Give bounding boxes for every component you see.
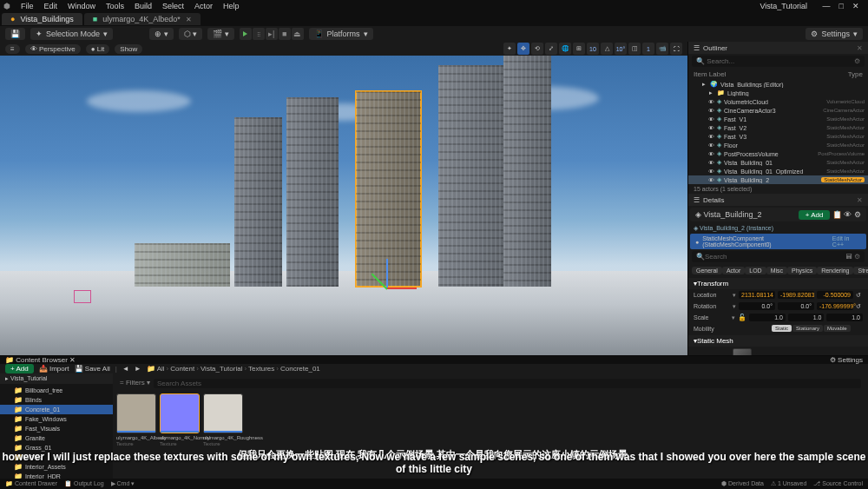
close-icon[interactable]: ✕ — [852, 2, 859, 10]
derived-data[interactable]: ⬢ Derived Data — [721, 480, 764, 487]
snap-grid[interactable]: ⊞ — [573, 43, 585, 55]
cb-nav-back[interactable]: ◄ — [122, 365, 129, 373]
show-dropdown[interactable]: Show — [115, 44, 142, 54]
sequence-button[interactable]: 🎬 ▾ — [207, 28, 234, 40]
stop-button[interactable]: ■ — [279, 28, 291, 40]
snap-scale-size[interactable]: 1 — [642, 43, 654, 55]
coord-space[interactable]: 🌐 — [559, 43, 571, 55]
tree-folder[interactable]: 📁Billboard_tree — [0, 386, 113, 395]
unsaved-indicator[interactable]: ⚠ 1 Unsaved — [771, 480, 806, 487]
snap-grid-size[interactable]: 10 — [587, 43, 599, 55]
close-tab-icon[interactable]: ✕ — [186, 16, 192, 23]
content-browser-tab[interactable]: 📁 Content Browser ✕ — [5, 356, 76, 364]
gizmo-rotate[interactable]: ⟲ — [531, 43, 543, 55]
mobility-movable[interactable]: Movable — [824, 325, 851, 332]
crumb-vista[interactable]: Vista_Tutorial — [201, 365, 242, 373]
source-control[interactable]: ⎇ Source Control — [813, 480, 863, 487]
crumb-content[interactable]: Content — [170, 365, 194, 373]
filter-chip[interactable]: General — [692, 267, 722, 274]
minimize-icon[interactable]: — — [823, 2, 831, 10]
edit-cpp-link[interactable]: Edit in C++ — [832, 235, 861, 248]
eject-button[interactable]: ⏏ — [292, 28, 304, 40]
gizmo-scale[interactable]: ⤢ — [545, 43, 557, 55]
asset-thumbnail[interactable]: ulymargo_4K_NormalTexture — [160, 393, 200, 446]
snap-angle[interactable]: △ — [601, 43, 613, 55]
menu-edit[interactable]: Edit — [44, 2, 58, 10]
menu-file[interactable]: File — [21, 2, 34, 10]
source-tree[interactable]: 📁Billboard_tree📁Blinds📁Concrete_01📁Fake_… — [0, 373, 113, 489]
crumb-folder-icon[interactable]: 📁 — [147, 365, 155, 373]
outliner-item[interactable]: 👁◈Vista_Building_01_OptimizedStaticMeshA… — [688, 167, 868, 175]
crumb-textures[interactable]: Textures — [248, 365, 274, 373]
cb-import-button[interactable]: 📥 Import — [39, 365, 69, 373]
settings-button[interactable]: ⚙ Settings ▾ — [806, 28, 863, 40]
play-options[interactable]: ⠿ — [253, 28, 265, 40]
play-button[interactable] — [240, 28, 252, 40]
tree-folder[interactable]: 📁Interior_Assets — [0, 462, 113, 472]
maximize-icon[interactable]: □ — [839, 2, 844, 10]
outliner-item[interactable]: 👁◈VolumetricCloudVolumetricCloud — [688, 97, 868, 106]
static-mesh-picker[interactable]: Vista_Building_01▾ — [756, 353, 863, 355]
tree-folder[interactable]: 📁Fake_Windows — [0, 414, 113, 424]
outliner-tree[interactable]: ▸🌍Vista_Buildings (Editor) ▸📁Lighting 👁◈… — [688, 80, 868, 184]
menu-actor[interactable]: Actor — [194, 2, 213, 10]
viewport-max[interactable]: ⛶ — [670, 43, 682, 55]
tree-folder[interactable]: 📁Granite — [0, 433, 113, 443]
camera-speed[interactable]: 📹 — [656, 43, 668, 55]
mobility-stationary[interactable]: Stationary — [792, 325, 823, 332]
reset-icon[interactable]: ↺ — [856, 303, 861, 310]
skip-button[interactable]: ▸| — [266, 28, 278, 40]
lit-dropdown[interactable]: ● Lit — [86, 44, 110, 54]
snap-angle-size[interactable]: 10° — [615, 43, 627, 55]
outliner-item[interactable]: 👁◈PostProcessVolumePostProcessVolume — [688, 149, 868, 158]
mobility-static[interactable]: Static — [772, 325, 792, 332]
selection-mode[interactable]: ✦ Selection Mode ▾ — [30, 28, 113, 40]
filter-chip[interactable]: Actor — [722, 267, 745, 274]
save-button[interactable]: 💾 — [5, 28, 25, 40]
filter-chip[interactable]: Streaming — [853, 267, 868, 274]
component-row[interactable]: ● StaticMeshComponent (StaticMeshCompone… — [690, 234, 866, 249]
source-tree-header[interactable]: ▸ Vista_Tutorial — [0, 373, 113, 384]
output-log-toggle[interactable]: 📋 Output Log — [64, 480, 104, 487]
outliner-item[interactable]: 👁◈FloorStaticMeshActor — [688, 141, 868, 149]
perspective-dropdown[interactable]: 👁 Perspective — [25, 44, 81, 54]
outliner-item[interactable]: 👁◈Vista_Building_01StaticMeshActor — [688, 158, 868, 167]
outliner-tab[interactable]: ☰ Outliner ✕ — [688, 42, 868, 54]
filter-chip[interactable]: Physics — [787, 267, 817, 274]
tree-folder[interactable]: 📁Concrete_01 — [0, 405, 113, 414]
tree-folder[interactable]: 📁Grass_01 — [0, 443, 113, 453]
menu-build[interactable]: Build — [135, 2, 152, 10]
asset-thumbnail[interactable]: ulymargo_4K_AlbedoTexture — [116, 393, 156, 446]
menu-tools[interactable]: Tools — [106, 2, 124, 10]
details-tab[interactable]: ☰ Details ✕ — [688, 194, 868, 206]
lock-icon[interactable]: 🔓 — [738, 314, 746, 321]
outliner-item[interactable]: 👁◈Fast_V3StaticMeshActor — [688, 132, 868, 141]
details-search[interactable]: 🔍 Search 🖬 ⚙ — [692, 251, 865, 262]
asset-search[interactable]: Search Assets — [154, 379, 861, 388]
asset-thumbnail[interactable]: ulymargo_4K_RoughnessTexture — [203, 393, 243, 446]
crumb-all[interactable]: All — [157, 365, 165, 373]
cb-save-button[interactable]: 💾 Save All — [75, 365, 110, 373]
snap-scale[interactable]: ◫ — [628, 43, 641, 55]
reset-icon[interactable]: ↺ — [856, 292, 861, 299]
filter-chip[interactable]: Rendering — [817, 267, 853, 274]
outliner-item[interactable]: 👁◈Fast_V1StaticMeshActor — [688, 115, 868, 123]
platforms-button[interactable]: 📱 Platforms ▾ — [309, 28, 373, 40]
filters-button[interactable]: = Filters ▾ — [120, 379, 150, 388]
gizmo-select[interactable]: ✦ — [503, 43, 516, 55]
outliner-item[interactable]: 👁◈Fast_V2StaticMeshActor — [688, 123, 868, 132]
viewport-3d[interactable] — [0, 56, 687, 355]
gizmo-translate[interactable]: ✥ — [517, 43, 529, 55]
filter-chip[interactable]: LOD — [745, 267, 766, 274]
cb-add-button[interactable]: + Add — [5, 364, 34, 373]
tree-folder[interactable]: 📁HDRs — [0, 453, 113, 462]
menu-select[interactable]: Select — [162, 2, 184, 10]
filter-chip[interactable]: Misc — [766, 267, 787, 274]
tree-folder[interactable]: 📁Blinds — [0, 395, 113, 405]
add-content-button[interactable]: ⊕ ▾ — [149, 28, 174, 40]
crumb-concrete[interactable]: Concrete_01 — [280, 365, 320, 373]
outliner-search[interactable]: 🔍 Search... ⚙ — [692, 56, 865, 67]
viewport-menu[interactable]: ≡ — [5, 44, 20, 54]
staticmesh-section[interactable]: ▾ Static Mesh — [688, 335, 868, 347]
tab-level[interactable]: ● Vista_Buildings — [2, 13, 82, 25]
